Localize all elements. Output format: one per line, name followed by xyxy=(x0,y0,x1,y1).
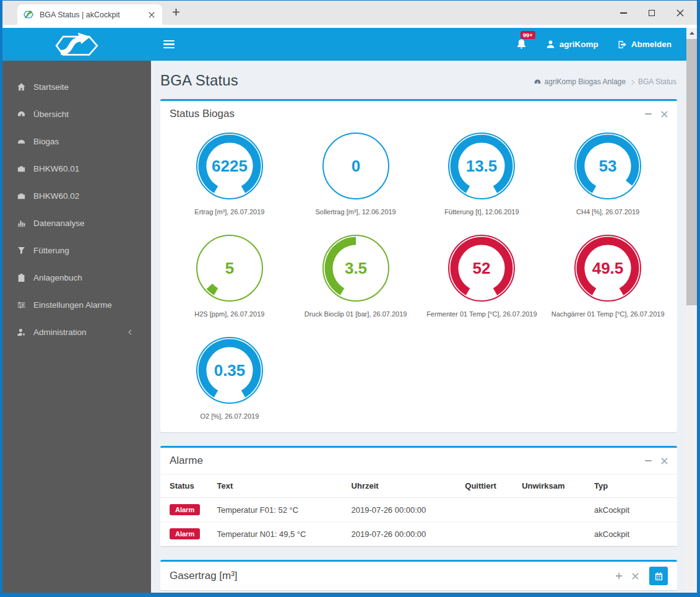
app-header: 99+ agriKomp Abmelden xyxy=(2,28,686,61)
panel-close-button[interactable] xyxy=(632,573,639,580)
user-gear-icon xyxy=(17,328,26,337)
gauge-chart: 0 xyxy=(322,132,390,200)
gauge-widget: 0Sollertrag [m³], 12.06.2019 xyxy=(293,132,419,216)
engine-icon xyxy=(17,191,26,201)
alarm-row: AlarmTemperatur N01: 49,5 °C2019-07-26 0… xyxy=(160,522,677,546)
sidebar-item-datenanalyse[interactable]: Datenanalyse xyxy=(2,209,151,237)
sidebar-menu: StartseiteÜbersichtBiogasBHKW60.01BHKW60… xyxy=(2,61,151,593)
sidebar-item-label: Übersicht xyxy=(33,110,69,119)
gauge-widget: 52Fermenter 01 Temp [°C], 26.07.2019 xyxy=(419,234,545,318)
alarm-cell-uhrzeit: 2019-07-26 00:00:00 xyxy=(347,522,460,546)
alarm-row: AlarmTemperatur F01: 52 °C2019-07-26 00:… xyxy=(160,498,677,522)
window-maximize-button[interactable] xyxy=(637,1,666,25)
page-scrollbar xyxy=(686,28,697,593)
gauge-label: H2S [ppm], 26.07.2019 xyxy=(194,310,264,318)
sidebar-item-label: BHKW60.01 xyxy=(33,164,79,173)
browser-tab[interactable]: BGA Status | akCockpit xyxy=(17,4,162,25)
panel-status-biogas: Status Biogas 6225Ertrag [m³], 26.07.201… xyxy=(160,99,677,432)
panel-alarme: Alarme Status Text Uhrzeit xyxy=(160,446,677,546)
svg-text:0: 0 xyxy=(351,157,360,175)
column-header-unwirksam: Unwirksam xyxy=(517,474,589,498)
panel-close-button[interactable] xyxy=(661,111,668,118)
panel-collapse-button[interactable] xyxy=(645,113,652,115)
breadcrumb-root-link[interactable]: agriKomp Biogas Anlage xyxy=(534,77,626,86)
sidebar-item-biogas[interactable]: Biogas xyxy=(2,128,151,155)
alarm-cell-status: Alarm xyxy=(160,498,212,522)
favicon-logo-icon xyxy=(24,9,34,20)
alarm-cell-text: Temperatur F01: 52 °C xyxy=(212,498,347,522)
sidebar-item-anlagenbuch[interactable]: Anlagenbuch xyxy=(2,264,151,291)
alarm-cell-status: Alarm xyxy=(160,522,212,546)
brand-logo[interactable] xyxy=(2,32,151,58)
logout-button[interactable]: Abmelden xyxy=(617,40,672,50)
panel-close-button[interactable] xyxy=(661,458,668,464)
scrollbar-up-button[interactable] xyxy=(686,28,697,38)
gauge-widget: 0.35O2 [%], 26.07.2019 xyxy=(166,336,293,420)
new-tab-button[interactable] xyxy=(171,7,181,17)
sidebar-toggle-button[interactable] xyxy=(161,38,177,51)
sidebar-item-label: Biogas xyxy=(33,137,59,146)
alarm-cell-quittiert xyxy=(460,522,517,546)
column-header-text: Text xyxy=(212,474,347,498)
app-window: 99+ agriKomp Abmelden StartseiteÜbersich… xyxy=(2,25,697,593)
panel-status-biogas-title: Status Biogas xyxy=(170,108,235,120)
gauge-widget: 3.5Druck Bioclip 01 [bar], 26.07.2019 xyxy=(293,234,419,318)
user-icon xyxy=(546,40,555,49)
sidebar-item-einstellungen-alarme[interactable]: Einstellungen Alarme xyxy=(2,291,151,318)
sidebar-item-label: Startseite xyxy=(33,82,69,92)
gauge-widget: 53CH4 [%], 26.07.2019 xyxy=(545,132,671,216)
dome-icon xyxy=(17,137,26,146)
gauge-label: Druck Bioclip 01 [bar], 26.07.2019 xyxy=(305,310,407,318)
column-header-quittiert: Quittiert xyxy=(460,474,517,498)
gauge-label: Sollertrag [m³], 12.06.2019 xyxy=(316,208,396,216)
column-header-uhrzeit: Uhrzeit xyxy=(347,474,460,498)
window-minimize-button[interactable] xyxy=(609,1,637,25)
gauge-widget: 49.5Nachgärrer 01 Temp [°C], 26.07.2019 xyxy=(545,234,671,318)
sidebar-item-label: Administration xyxy=(33,328,87,337)
tab-title: BGA Status | akCockpit xyxy=(40,11,147,19)
svg-text:5: 5 xyxy=(225,259,234,277)
svg-text:3.5: 3.5 xyxy=(345,259,367,277)
breadcrumb-current: BGA Status xyxy=(638,77,676,86)
logout-label: Abmelden xyxy=(631,40,672,49)
notifications-badge: 99+ xyxy=(521,31,535,39)
breadcrumb: agriKomp Biogas Anlage BGA Status xyxy=(534,77,676,86)
engine-icon xyxy=(17,164,26,173)
svg-text:13.5: 13.5 xyxy=(466,157,498,175)
alarm-cell-uhrzeit: 2019-07-26 00:00:00 xyxy=(347,498,460,522)
sliders-icon xyxy=(17,300,26,310)
gauge-chart: 3.5 xyxy=(322,234,390,302)
user-menu[interactable]: agriKomp xyxy=(546,40,598,49)
window-close-button[interactable] xyxy=(666,1,694,25)
gauge-grid: 6225Ertrag [m³], 26.07.20190Sollertrag [… xyxy=(160,127,677,432)
calendar-icon xyxy=(654,572,663,581)
agrikomp-logo-icon xyxy=(51,32,103,58)
gauge-chart: 52 xyxy=(447,234,516,302)
sidebar-item-bhkw60-01[interactable]: BHKW60.01 xyxy=(2,155,151,182)
logout-icon xyxy=(617,40,627,50)
browser-titlebar: BGA Status | akCockpit xyxy=(2,1,697,25)
panel-expand-button[interactable] xyxy=(615,572,623,580)
notifications-button[interactable]: 99+ xyxy=(516,36,527,53)
bell-icon xyxy=(516,38,527,50)
gauge-label: Nachgärrer 01 Temp [°C], 26.07.2019 xyxy=(551,310,665,318)
clipboard-icon xyxy=(17,273,26,282)
sidebar-item-f-tterung[interactable]: Fütterung xyxy=(2,237,151,264)
panel-gasertrag: Gasertrag [m³] xyxy=(160,560,677,590)
gauge-chart: 0.35 xyxy=(196,336,264,404)
breadcrumb-separator-icon xyxy=(629,79,634,84)
alarm-cell-typ: akCockpit xyxy=(589,498,677,522)
alarms-table: Status Text Uhrzeit Quittiert Unwirksam … xyxy=(160,474,677,546)
panel-collapse-button[interactable] xyxy=(645,460,652,461)
scrollbar-thumb[interactable] xyxy=(686,39,697,305)
sidebar-item-administration[interactable]: Administration xyxy=(2,318,151,346)
sidebar-item-startseite[interactable]: Startseite xyxy=(2,73,151,100)
gauge-chart: 13.5 xyxy=(447,132,516,200)
sidebar-item--bersicht[interactable]: Übersicht xyxy=(2,100,151,128)
sidebar-item-bhkw60-02[interactable]: BHKW60.02 xyxy=(2,182,151,209)
date-range-button[interactable] xyxy=(649,567,668,585)
alarm-cell-unwirksam xyxy=(517,522,589,546)
gauge-chart: 49.5 xyxy=(574,234,642,302)
gauge-widget: 6225Ertrag [m³], 26.07.2019 xyxy=(166,132,293,216)
tab-close-icon[interactable] xyxy=(147,11,156,19)
